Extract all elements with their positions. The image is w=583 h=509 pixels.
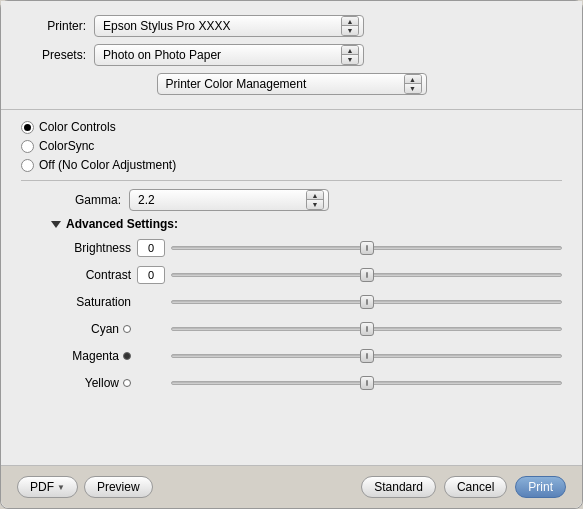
contrast-value[interactable]: 0: [137, 266, 165, 284]
magenta-slider[interactable]: [171, 347, 562, 365]
pdf-button[interactable]: PDF ▼: [17, 476, 78, 498]
cyan-slider[interactable]: [171, 320, 562, 338]
middle-section: Color Controls ColorSync Off (No Color A…: [1, 110, 582, 465]
slider-rows: Brightness 0 Contrast 0: [21, 237, 562, 394]
gamma-row: Gamma: 2.2 ▲ ▼: [21, 189, 562, 211]
gamma-stepper-up[interactable]: ▲: [307, 191, 323, 200]
saturation-thumb[interactable]: [360, 295, 374, 309]
printer-label: Printer:: [21, 19, 86, 33]
presets-row: Presets: Photo on Photo Paper ▲ ▼: [21, 44, 562, 66]
advanced-header: Advanced Settings:: [51, 217, 562, 231]
printer-row: Printer: Epson Stylus Pro XXXX ▲ ▼: [21, 15, 562, 37]
radio-off-input[interactable]: [21, 159, 34, 172]
presets-stepper[interactable]: ▲ ▼: [341, 45, 359, 65]
cm-stepper-down[interactable]: ▼: [405, 84, 421, 93]
magenta-track: [171, 354, 562, 358]
printer-select[interactable]: Epson Stylus Pro XXXX ▲ ▼: [94, 15, 364, 37]
disclosure-triangle: [51, 221, 61, 228]
top-section: Printer: Epson Stylus Pro XXXX ▲ ▼ Prese…: [1, 1, 582, 110]
contrast-slider[interactable]: [171, 266, 562, 284]
advanced-label: Advanced Settings:: [66, 217, 178, 231]
printer-value: Epson Stylus Pro XXXX: [103, 19, 230, 33]
brightness-slider[interactable]: [171, 239, 562, 257]
presets-value: Photo on Photo Paper: [103, 48, 221, 62]
saturation-label: Saturation: [51, 295, 131, 309]
radio-color-controls-input[interactable]: [21, 121, 34, 134]
contrast-label: Contrast: [51, 268, 131, 282]
radio-color-controls[interactable]: Color Controls: [21, 120, 562, 134]
contrast-track: [171, 273, 562, 277]
radio-colorsync-label: ColorSync: [39, 139, 94, 153]
yellow-thumb[interactable]: [360, 376, 374, 390]
cyan-thumb[interactable]: [360, 322, 374, 336]
pdf-dropdown-arrow: ▼: [57, 483, 65, 492]
printer-stepper-up[interactable]: ▲: [342, 17, 358, 26]
cyan-row: Cyan: [51, 318, 562, 340]
yellow-slider[interactable]: [171, 374, 562, 392]
contrast-row: Contrast 0: [51, 264, 562, 286]
presets-stepper-down[interactable]: ▼: [342, 55, 358, 64]
printer-stepper-down[interactable]: ▼: [342, 26, 358, 35]
preview-button[interactable]: Preview: [84, 476, 153, 498]
radio-off-label: Off (No Color Adjustment): [39, 158, 176, 172]
magenta-radio[interactable]: [123, 352, 131, 360]
gamma-label: Gamma:: [61, 193, 121, 207]
printer-stepper[interactable]: ▲ ▼: [341, 16, 359, 36]
gamma-stepper[interactable]: ▲ ▼: [306, 190, 324, 210]
standard-button[interactable]: Standard: [361, 476, 436, 498]
gamma-stepper-down[interactable]: ▼: [307, 200, 323, 209]
radio-colorsync-input[interactable]: [21, 140, 34, 153]
gamma-value: 2.2: [138, 193, 155, 207]
bottom-right-buttons: Standard Cancel Print: [361, 476, 566, 498]
saturation-track: [171, 300, 562, 304]
cyan-track: [171, 327, 562, 331]
presets-label: Presets:: [21, 48, 86, 62]
radio-off[interactable]: Off (No Color Adjustment): [21, 158, 562, 172]
saturation-row: Saturation: [51, 291, 562, 313]
magenta-row: Magenta: [51, 345, 562, 367]
color-management-select[interactable]: Printer Color Management ▲ ▼: [157, 73, 427, 95]
magenta-label-area: Magenta: [51, 349, 131, 363]
contrast-thumb[interactable]: [360, 268, 374, 282]
saturation-slider[interactable]: [171, 293, 562, 311]
radio-colorsync[interactable]: ColorSync: [21, 139, 562, 153]
yellow-track: [171, 381, 562, 385]
print-button[interactable]: Print: [515, 476, 566, 498]
radio-dot: [24, 124, 31, 131]
brightness-row: Brightness 0: [51, 237, 562, 259]
brightness-label: Brightness: [51, 241, 131, 255]
cancel-button[interactable]: Cancel: [444, 476, 507, 498]
cyan-label-area: Cyan: [51, 322, 131, 336]
presets-stepper-up[interactable]: ▲: [342, 46, 358, 55]
color-management-value: Printer Color Management: [166, 77, 307, 91]
yellow-label-area: Yellow: [51, 376, 131, 390]
bottom-bar: PDF ▼ Preview Standard Cancel Print: [1, 465, 582, 508]
yellow-row: Yellow: [51, 372, 562, 394]
magenta-thumb[interactable]: [360, 349, 374, 363]
gamma-select[interactable]: 2.2 ▲ ▼: [129, 189, 329, 211]
brightness-value[interactable]: 0: [137, 239, 165, 257]
divider-1: [21, 180, 562, 181]
brightness-track: [171, 246, 562, 250]
cm-stepper-up[interactable]: ▲: [405, 75, 421, 84]
brightness-thumb[interactable]: [360, 241, 374, 255]
yellow-radio[interactable]: [123, 379, 131, 387]
presets-select[interactable]: Photo on Photo Paper ▲ ▼: [94, 44, 364, 66]
radio-color-controls-label: Color Controls: [39, 120, 116, 134]
color-mode-radio-group: Color Controls ColorSync Off (No Color A…: [21, 120, 562, 172]
bottom-left-buttons: PDF ▼ Preview: [17, 476, 361, 498]
cyan-radio[interactable]: [123, 325, 131, 333]
color-management-row: Printer Color Management ▲ ▼: [21, 73, 562, 95]
print-dialog: Printer: Epson Stylus Pro XXXX ▲ ▼ Prese…: [0, 0, 583, 509]
color-management-stepper[interactable]: ▲ ▼: [404, 74, 422, 94]
